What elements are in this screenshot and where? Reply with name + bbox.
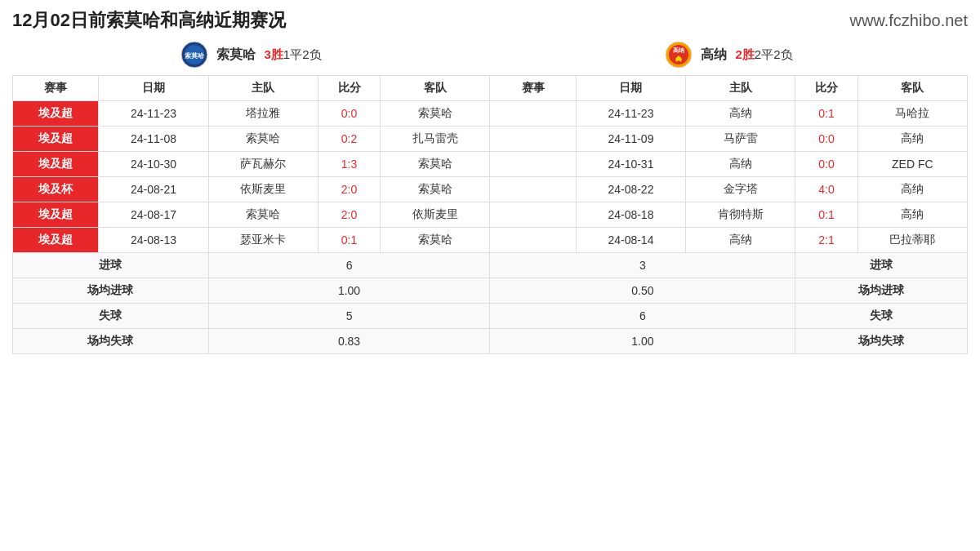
right-away: ZED FC xyxy=(858,152,967,177)
team-logo-right: 高纳 xyxy=(665,41,693,69)
right-date: 24-08-22 xyxy=(576,177,685,202)
left-match-type: 埃及超 xyxy=(13,152,99,177)
left-team-name: 索莫哈 xyxy=(216,47,256,64)
stats-value-right-1: 0.50 xyxy=(490,278,795,304)
table-row: 埃及超24-10-30萨瓦赫尔1:3索莫哈埃及超24-10-31高纳0:0ZED… xyxy=(13,152,968,177)
left-record-mid: 1平 xyxy=(283,47,302,61)
col-header-right-type: 赛事 xyxy=(490,76,576,101)
left-away: 索莫哈 xyxy=(381,152,490,177)
left-home: 索莫哈 xyxy=(208,202,318,228)
right-team-name: 高纳 xyxy=(701,47,727,64)
left-match-type: 埃及超 xyxy=(13,101,99,127)
right-home: 高纳 xyxy=(686,228,795,253)
left-score: 2:0 xyxy=(318,177,380,202)
stats-label-left-1: 场均进球 xyxy=(13,278,209,304)
stats-value-right-3: 1.00 xyxy=(490,329,795,354)
left-away: 索莫哈 xyxy=(381,228,490,253)
stats-label-left-3: 场均失球 xyxy=(13,329,209,354)
stats-label-right-3: 场均失球 xyxy=(795,329,968,354)
left-home: 瑟亚米卡 xyxy=(208,228,318,253)
left-score: 1:3 xyxy=(318,152,380,177)
left-date: 24-08-21 xyxy=(99,177,208,202)
left-date: 24-10-30 xyxy=(99,152,208,177)
main-table: 赛事 日期 主队 比分 客队 赛事 日期 主队 比分 客队 埃及超24-11-2… xyxy=(12,75,968,354)
right-score: 0:1 xyxy=(795,202,858,228)
left-away: 依斯麦里 xyxy=(381,202,490,228)
stats-label-left-0: 进球 xyxy=(13,253,209,278)
left-score: 0:0 xyxy=(318,101,380,127)
left-record-win: 3胜 xyxy=(264,47,283,61)
right-score: 0:1 xyxy=(795,101,858,127)
col-header-right-home: 主队 xyxy=(686,76,795,101)
right-match-type: 埃及超 xyxy=(490,101,576,127)
header: 12月02日前索莫哈和高纳近期赛况 www.fczhibo.net xyxy=(12,8,968,33)
table-row: 埃及超24-08-13瑟亚米卡0:1索莫哈埃及超24-08-14高纳2:1巴拉蒂… xyxy=(13,228,968,253)
right-away: 巴拉蒂耶 xyxy=(858,228,967,253)
stats-row: 场均进球1.000.50场均进球 xyxy=(13,278,968,304)
right-record-lose: 2负 xyxy=(773,47,792,61)
stats-value-left-1: 1.00 xyxy=(208,278,490,304)
col-header-left-score: 比分 xyxy=(318,76,380,101)
right-record-win: 2胜 xyxy=(735,47,754,61)
svg-text:高纳: 高纳 xyxy=(673,47,684,53)
left-home: 依斯麦里 xyxy=(208,177,318,202)
right-team-record: 2胜2平2负 xyxy=(735,47,792,63)
left-match-type: 埃及超 xyxy=(13,127,99,152)
left-home: 索莫哈 xyxy=(208,127,318,152)
col-header-left-home: 主队 xyxy=(208,76,318,101)
stats-row: 进球63进球 xyxy=(13,253,968,278)
left-match-type: 埃及超 xyxy=(13,228,99,253)
stats-row: 失球56失球 xyxy=(13,304,968,329)
stats-row: 场均失球0.831.00场均失球 xyxy=(13,329,968,354)
table-row: 埃及超24-11-23塔拉雅0:0索莫哈埃及超24-11-23高纳0:1马哈拉 xyxy=(13,101,968,127)
page-title: 12月02日前索莫哈和高纳近期赛况 xyxy=(12,8,286,33)
right-away: 高纳 xyxy=(858,127,967,152)
right-home: 肯彻特斯 xyxy=(686,202,795,228)
stats-label-left-2: 失球 xyxy=(13,304,209,329)
left-away: 索莫哈 xyxy=(381,177,490,202)
col-header-right-date: 日期 xyxy=(576,76,685,101)
right-away: 高纳 xyxy=(858,177,967,202)
right-match-type: 埃及杯 xyxy=(490,177,576,202)
right-match-type: 埃及超 xyxy=(490,127,576,152)
stats-label-right-2: 失球 xyxy=(795,304,968,329)
stats-value-left-3: 0.83 xyxy=(208,329,490,354)
left-home: 萨瓦赫尔 xyxy=(208,152,318,177)
table-row: 埃及杯24-08-21依斯麦里2:0索莫哈埃及杯24-08-22金字塔4:0高纳 xyxy=(13,177,968,202)
right-date: 24-11-23 xyxy=(576,101,685,127)
right-score: 4:0 xyxy=(795,177,858,202)
left-away: 索莫哈 xyxy=(381,101,490,127)
stats-value-left-2: 5 xyxy=(208,304,490,329)
stats-label-right-1: 场均进球 xyxy=(795,278,968,304)
stats-label-right-0: 进球 xyxy=(795,253,968,278)
right-date: 24-10-31 xyxy=(576,152,685,177)
right-away: 马哈拉 xyxy=(858,101,967,127)
stats-value-right-0: 3 xyxy=(490,253,795,278)
right-home: 马萨雷 xyxy=(686,127,795,152)
right-date: 24-11-09 xyxy=(576,127,685,152)
right-match-type: 埃及超 xyxy=(490,152,576,177)
stats-value-right-2: 6 xyxy=(490,304,795,329)
right-home: 高纳 xyxy=(686,152,795,177)
table-row: 埃及超24-08-17索莫哈2:0依斯麦里埃及超24-08-18肯彻特斯0:1高… xyxy=(13,202,968,228)
left-team-record: 3胜1平2负 xyxy=(264,47,321,63)
col-header-left-type: 赛事 xyxy=(13,76,99,101)
right-record-mid: 2平 xyxy=(755,47,773,61)
left-date: 24-11-08 xyxy=(99,127,208,152)
page: 12月02日前索莫哈和高纳近期赛况 www.fczhibo.net 索莫哈 索莫… xyxy=(0,0,980,362)
col-header-left-date: 日期 xyxy=(99,76,208,101)
col-header-right-score: 比分 xyxy=(795,76,858,101)
left-score: 0:1 xyxy=(318,228,380,253)
right-away: 高纳 xyxy=(858,202,967,228)
right-home: 金字塔 xyxy=(686,177,795,202)
right-score: 2:1 xyxy=(795,228,858,253)
left-record-lose: 2负 xyxy=(302,47,321,61)
left-match-type: 埃及超 xyxy=(13,202,99,228)
left-score: 0:2 xyxy=(318,127,380,152)
right-date: 24-08-18 xyxy=(576,202,685,228)
right-score: 0:0 xyxy=(795,152,858,177)
stats-value-left-0: 6 xyxy=(208,253,490,278)
right-score: 0:0 xyxy=(795,127,858,152)
table-row: 埃及超24-11-08索莫哈0:2扎马雷壳埃及超24-11-09马萨雷0:0高纳 xyxy=(13,127,968,152)
right-match-type: 埃及超 xyxy=(490,202,576,228)
